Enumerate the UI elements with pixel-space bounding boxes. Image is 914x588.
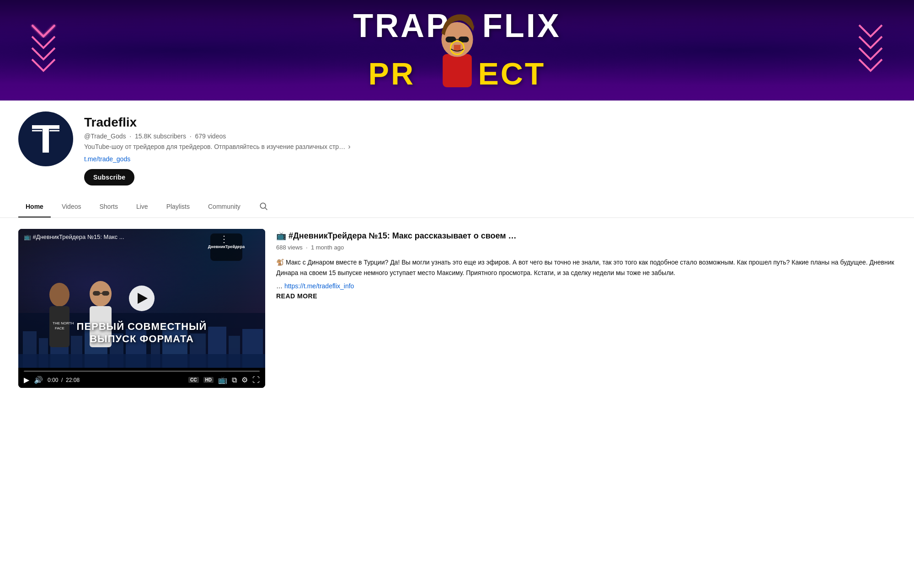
channel-details: Tradeflix @Trade_Gods · 15.8K subscriber…	[84, 111, 896, 185]
channel-avatar	[18, 111, 73, 166]
channel-info-section: Tradeflix @Trade_Gods · 15.8K subscriber…	[0, 101, 914, 193]
time-total: 22:08	[66, 377, 80, 383]
video-views: 688 views	[276, 244, 303, 251]
tab-home[interactable]: Home	[18, 196, 51, 217]
cc-badge[interactable]: CC	[188, 377, 198, 383]
video-text-overlay: ПЕРВЫЙ СОВМЕСТНЫЙ ВЫПУСК ФОРМАТА	[18, 321, 265, 345]
play-pause-button[interactable]: ▶	[24, 376, 29, 384]
read-more-button[interactable]: READ MORE	[276, 292, 896, 300]
channel-videos-count: 679 videos	[195, 132, 226, 140]
video-controls-bar: ▶ 🔊 0:00 / 22:08 CC HD 📺 ⧉ ⚙ ⛶	[18, 368, 265, 388]
tab-videos[interactable]: Videos	[54, 196, 89, 217]
subscribe-button[interactable]: Subscribe	[84, 169, 134, 185]
search-icon[interactable]	[255, 198, 272, 217]
video-overlay-line2: ВЫПУСК ФОРМАТА	[23, 333, 261, 345]
channel-banner: TRAP FLIX PR ECT	[0, 0, 914, 101]
svg-point-11	[260, 203, 266, 208]
play-icon	[138, 293, 148, 304]
banner-mascot	[416, 0, 498, 96]
description-expand-chevron[interactable]: ›	[348, 143, 350, 151]
channel-description-text: YouTube-шоу от трейдеров для трейдеров. …	[84, 143, 345, 150]
svg-point-28	[49, 283, 69, 307]
video-time-ago: 1 month ago	[311, 244, 344, 251]
channel-name: Tradeflix	[84, 115, 896, 130]
controls-row: ▶ 🔊 0:00 / 22:08 CC HD 📺 ⧉ ⚙ ⛶	[24, 376, 260, 384]
featured-video-player: THE NORTH FACE ПЕРВЫЙ СОВМЕСТНЫЙ ВЫПУСК …	[18, 229, 265, 388]
video-description-body: 🐒 Макс с Динаром вместе в Турции? Да! Вы…	[276, 257, 896, 278]
play-button[interactable]	[129, 286, 155, 311]
channel-meta: @Trade_Gods · 15.8K subscribers · 679 vi…	[84, 132, 896, 140]
channel-description: YouTube-шоу от трейдеров для трейдеров. …	[84, 143, 896, 151]
main-content: THE NORTH FACE ПЕРВЫЙ СОВМЕСТНЫЙ ВЫПУСК …	[0, 218, 914, 399]
logo-line1: Дневник	[208, 244, 225, 250]
time-current: 0:00	[48, 377, 58, 383]
video-description-ellipsis: … https://t.me/tradeflix_info	[276, 282, 896, 290]
miniplayer-button[interactable]: ⧉	[232, 376, 237, 384]
tab-playlists[interactable]: Playlists	[159, 196, 197, 217]
video-description-meta: 688 views · 1 month ago	[276, 244, 896, 251]
tab-community[interactable]: Community	[201, 196, 248, 217]
svg-rect-34	[102, 291, 109, 296]
tab-live[interactable]: Live	[129, 196, 155, 217]
svg-line-12	[265, 207, 267, 210]
cast-button[interactable]: 📺	[218, 376, 227, 384]
svg-rect-6	[454, 45, 460, 51]
volume-button[interactable]: 🔊	[34, 376, 43, 384]
video-description-title: 📺 #ДневникТрейдера №15: Макс рассказывае…	[276, 231, 896, 241]
logo-line2: Трейдера	[225, 244, 245, 250]
video-thumbnail: THE NORTH FACE ПЕРВЫЙ СОВМЕСТНЫЙ ВЫПУСК …	[18, 229, 265, 368]
svg-rect-7	[32, 125, 59, 129]
channel-link[interactable]: t.me/trade_gods	[84, 155, 896, 163]
tab-shorts[interactable]: Shorts	[92, 196, 125, 217]
channel-subscribers: 15.8K subscribers	[135, 132, 186, 140]
video-description-link[interactable]: https://t.me/tradeflix_info	[284, 282, 354, 290]
video-progress-bar[interactable]	[24, 371, 260, 372]
video-overlay-title: 📺 #ДневникТрейдера №15: Макс ...	[24, 233, 124, 240]
svg-rect-8	[43, 129, 49, 153]
fullscreen-button[interactable]: ⛶	[252, 376, 260, 384]
settings-button[interactable]: ⚙	[241, 376, 248, 384]
svg-rect-27	[18, 354, 265, 368]
svg-rect-33	[93, 291, 100, 296]
channel-handle: @Trade_Gods	[84, 132, 126, 140]
video-overlay-line1: ПЕРВЫЙ СОВМЕСТНЫЙ	[23, 321, 261, 333]
channel-nav-tabs: Home Videos Shorts Live Playlists Commun…	[0, 196, 914, 218]
hd-badge[interactable]: HD	[203, 377, 214, 383]
video-description-panel: 📺 #ДневникТрейдера №15: Макс рассказывае…	[276, 229, 896, 388]
video-options-button[interactable]: ⋮	[219, 233, 229, 244]
video-title-short: 📺 #ДневникТрейдера №15: Макс ...	[24, 233, 124, 240]
video-time: 0:00 / 22:08	[48, 377, 80, 383]
